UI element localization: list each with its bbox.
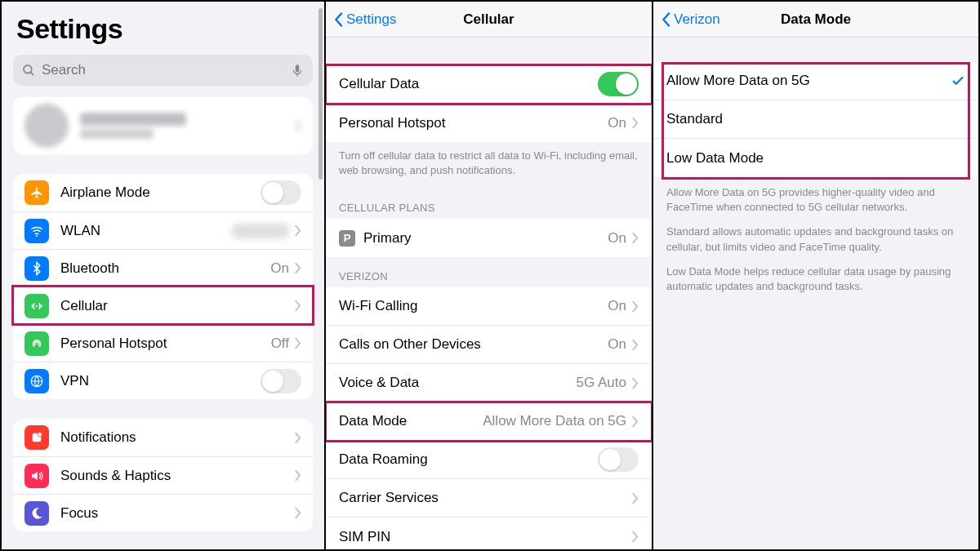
- row-cellular_data[interactable]: Cellular Data: [326, 65, 652, 104]
- row-label: WLAN: [60, 223, 232, 239]
- row-label: Carrier Services: [339, 490, 631, 506]
- option-standard[interactable]: Standard: [653, 100, 978, 139]
- sounds-icon: [24, 464, 49, 488]
- section-header-verizon: VERIZON: [326, 257, 652, 287]
- page-title: Settings: [2, 2, 324, 50]
- desc-allow-more: Allow More Data on 5G provides higher-qu…: [666, 185, 965, 215]
- data-mode-pane: Verizon Data Mode Allow More Data on 5GS…: [653, 2, 978, 549]
- row-calls_other[interactable]: Calls on Other DevicesOn: [326, 326, 652, 364]
- search-field[interactable]: [13, 55, 313, 86]
- row-value: Off: [271, 335, 289, 352]
- scrollbar[interactable]: [318, 8, 323, 180]
- row-value: On: [608, 336, 626, 353]
- vpn-icon: [24, 369, 49, 393]
- settings-row-cellular[interactable]: Cellular: [13, 287, 313, 324]
- row-label: Calls on Other Devices: [339, 336, 608, 353]
- row-value: On: [270, 260, 289, 277]
- row-value: On: [608, 115, 626, 131]
- avatar: [24, 104, 69, 148]
- svg-point-4: [36, 235, 38, 237]
- airplane-icon: [24, 180, 49, 205]
- search-icon: [21, 63, 36, 78]
- chevron-right-icon: [631, 300, 639, 313]
- row-label: Bluetooth: [60, 260, 270, 277]
- chevron-right-icon: [631, 232, 639, 244]
- row-voice_data[interactable]: Voice & Data5G Auto: [326, 364, 652, 402]
- chevron-right-icon: [631, 531, 639, 543]
- apple-id-card[interactable]: [13, 97, 313, 154]
- chevron-right-icon: [294, 469, 301, 482]
- section-header-plans: CELLULAR PLANS: [326, 189, 652, 219]
- navbar: Verizon Data Mode: [653, 2, 978, 38]
- row-label: Voice & Data: [339, 375, 577, 391]
- row-value: [232, 224, 289, 238]
- row-data_roaming[interactable]: Data Roaming: [326, 441, 652, 479]
- settings-sidebar-pane: Settings Airplane ModeWLANBluetoothOnCel…: [2, 2, 324, 549]
- settings-row-airplane[interactable]: Airplane Mode: [13, 174, 313, 211]
- mic-icon[interactable]: [290, 63, 305, 78]
- settings-row-vpn[interactable]: VPN: [13, 362, 313, 399]
- svg-point-0: [24, 65, 32, 73]
- chevron-right-icon: [294, 337, 301, 349]
- cellular-plans-section: PPrimaryOn: [326, 219, 652, 257]
- bluetooth-icon: [24, 256, 49, 281]
- row-value: Allow More Data on 5G: [483, 413, 626, 429]
- row-label: SIM PIN: [339, 529, 631, 545]
- svg-point-8: [38, 433, 42, 437]
- toggle-switch[interactable]: [261, 369, 301, 393]
- data-mode-options: Allow More Data on 5GStandardLow Data Mo…: [653, 62, 978, 177]
- navbar: Settings Cellular: [326, 2, 652, 38]
- settings-row-focus[interactable]: Focus: [13, 494, 313, 531]
- row-label: Notifications: [60, 429, 294, 446]
- back-label: Settings: [346, 11, 396, 28]
- profile-text: [80, 113, 294, 139]
- back-label: Verizon: [674, 11, 720, 28]
- row-label: Data Mode: [339, 413, 483, 429]
- svg-rect-2: [296, 64, 300, 72]
- cellular-pane: Settings Cellular Cellular DataPersonal …: [324, 2, 653, 549]
- notifications-icon: [24, 425, 49, 450]
- settings-row-hotspot[interactable]: Personal HotspotOff: [13, 324, 313, 362]
- option-low_data[interactable]: Low Data Mode: [653, 139, 978, 177]
- row-carrier_services[interactable]: Carrier Services: [326, 479, 652, 518]
- focus-icon: [24, 501, 49, 526]
- row-label: Data Roaming: [339, 451, 598, 468]
- option-label: Low Data Mode: [666, 150, 965, 167]
- settings-row-sounds[interactable]: Sounds & Haptics: [13, 456, 313, 494]
- row-personal_hotspot[interactable]: Personal HotspotOn: [326, 104, 652, 142]
- settings-row-wlan[interactable]: WLAN: [13, 211, 313, 249]
- option-allow_more[interactable]: Allow More Data on 5G: [653, 62, 978, 100]
- toggle-switch[interactable]: [598, 72, 639, 96]
- row-value: 5G Auto: [577, 375, 626, 391]
- back-button[interactable]: Verizon: [662, 11, 720, 28]
- back-button[interactable]: Settings: [334, 11, 396, 28]
- chevron-right-icon: [294, 507, 301, 519]
- toggle-switch[interactable]: [598, 447, 639, 472]
- row-label: Personal Hotspot: [339, 115, 608, 131]
- chevron-right-icon: [631, 377, 639, 389]
- row-label: Cellular Data: [339, 76, 598, 92]
- toggle-switch[interactable]: [261, 180, 301, 205]
- option-label: Standard: [666, 111, 965, 127]
- settings-row-notifications[interactable]: Notifications: [13, 419, 313, 456]
- desc-low-data: Low Data Mode helps reduce cellular data…: [666, 264, 965, 294]
- chevron-right-icon: [631, 415, 639, 428]
- chevron-right-icon: [631, 117, 639, 129]
- row-sim_pin[interactable]: SIM PIN: [326, 518, 652, 549]
- hotspot-icon: [24, 331, 49, 356]
- row-primary[interactable]: PPrimaryOn: [326, 219, 652, 257]
- chevron-right-icon: [294, 120, 301, 132]
- row-data_mode[interactable]: Data ModeAllow More Data on 5G: [326, 402, 652, 441]
- row-wifi_calling[interactable]: Wi-Fi CallingOn: [326, 287, 652, 326]
- verizon-section: Wi-Fi CallingOnCalls on Other DevicesOnV…: [326, 287, 652, 549]
- row-label: Sounds & Haptics: [60, 468, 294, 484]
- svg-line-1: [30, 72, 33, 75]
- row-label: Airplane Mode: [60, 184, 261, 201]
- wlan-icon: [24, 219, 49, 243]
- search-input[interactable]: [42, 62, 290, 78]
- row-label: Primary: [363, 230, 608, 247]
- settings-row-bluetooth[interactable]: BluetoothOn: [13, 249, 313, 287]
- checkmark-icon: [951, 73, 965, 88]
- chevron-right-icon: [294, 432, 301, 444]
- description-block: Allow More Data on 5G provides higher-qu…: [653, 177, 978, 312]
